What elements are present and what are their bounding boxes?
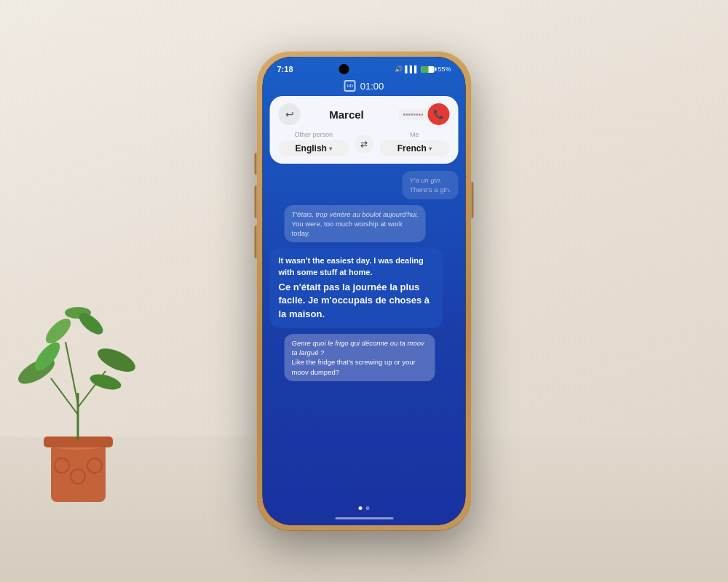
message-1-bubble: Y'a un gin. There's a gin. (402, 171, 458, 199)
svg-point-12 (41, 314, 74, 347)
message-3-bubble: It wasn't the easiest day. I was dealing… (270, 248, 443, 327)
signal-icon: ▌▌▌ (405, 65, 419, 73)
swap-icon: ⇄ (360, 139, 368, 149)
swap-languages-button[interactable]: ⇄ (355, 135, 373, 154)
battery-percent: 55% (438, 65, 451, 73)
status-icons: 🔊 ▌▌▌ 55% (395, 65, 451, 73)
call-timer-bar: HD 01:00 (263, 77, 466, 96)
svg-point-11 (95, 343, 139, 376)
svg-line-9 (66, 342, 78, 404)
call-timer: 01:00 (360, 81, 384, 92)
home-indicator[interactable] (335, 517, 393, 519)
mute-button[interactable] (255, 153, 257, 175)
call-header-card: ↩ Marcel •••••••• 📞 Other person English (270, 96, 459, 164)
other-person-lang-side: Other person English ▾ (279, 131, 349, 156)
lang-left-arrow: ▾ (329, 146, 332, 152)
dot-2 (366, 506, 370, 510)
volume-up-button[interactable] (255, 186, 257, 218)
message-4-line1: Genre quoi le frigo qui déconne ou ta mo… (292, 338, 428, 358)
phone-device: 7:18 🔊 ▌▌▌ 55% HD 01:00 (257, 51, 472, 531)
page-dots (263, 499, 466, 514)
message-1-line1: Y'a un gin. (409, 175, 451, 185)
hd-icon: HD (344, 80, 356, 92)
svg-point-16 (88, 372, 122, 393)
lang-left-value: English (296, 143, 327, 154)
other-person-label: Other person (279, 131, 349, 138)
back-icon: ↩ (285, 108, 294, 120)
lang-right-value: French (397, 143, 427, 154)
dot-1 (359, 506, 363, 510)
sound-icon: 🔊 (395, 65, 403, 73)
me-lang-selector[interactable]: French ▾ (379, 140, 450, 156)
caller-number: •••••••• (398, 109, 427, 120)
battery-icon (421, 66, 434, 73)
plant-decoration (11, 269, 146, 509)
end-call-icon: 📞 (433, 109, 444, 119)
lang-right-arrow: ▾ (429, 146, 432, 152)
message-1: Y'a un gin. There's a gin. (402, 171, 458, 199)
message-3-english: It wasn't the easiest day. I was dealing… (279, 255, 435, 278)
message-3: It wasn't the easiest day. I was dealing… (270, 248, 443, 327)
me-lang-side: Me French ▾ (379, 131, 450, 156)
call-header-top: ↩ Marcel •••••••• 📞 (279, 103, 450, 125)
message-4-line2: Like the fridge that's screwing up or yo… (292, 357, 428, 377)
back-button[interactable]: ↩ (279, 103, 301, 125)
message-2-line1: T'étais, trop vénère au boulot aujourd'h… (292, 210, 419, 219)
status-time: 7:18 (277, 65, 293, 73)
status-bar: 7:18 🔊 ▌▌▌ 55% (263, 57, 466, 77)
message-4-bubble: Genre quoi le frigo qui déconne ou ta mo… (285, 334, 435, 381)
caller-name: Marcel (301, 108, 393, 121)
power-button[interactable] (472, 182, 474, 218)
message-2-line2: You were, too much worship at work today… (292, 219, 419, 239)
message-2: T'étais, trop vénère au boulot aujourd'h… (285, 205, 426, 243)
message-2-bubble: T'étais, trop vénère au boulot aujourd'h… (285, 205, 426, 243)
message-4: Genre quoi le frigo qui déconne ou ta mo… (285, 334, 435, 381)
phone-inner: 7:18 🔊 ▌▌▌ 55% HD 01:00 (263, 57, 466, 525)
me-label: Me (379, 131, 450, 138)
language-selector-row: Other person English ▾ ⇄ Me French ▾ (279, 131, 450, 156)
message-3-french: Ce n'était pas la journée la plus facile… (279, 281, 435, 321)
front-camera (339, 64, 349, 74)
volume-down-button[interactable] (255, 226, 257, 258)
other-person-lang-selector[interactable]: English ▾ (279, 140, 349, 156)
chat-area: Y'a un gin. There's a gin. T'étais, trop… (263, 164, 466, 499)
message-1-line2: There's a gin. (409, 185, 451, 194)
end-call-button[interactable]: 📞 (428, 103, 450, 125)
phone-screen: 7:18 🔊 ▌▌▌ 55% HD 01:00 (263, 57, 466, 525)
